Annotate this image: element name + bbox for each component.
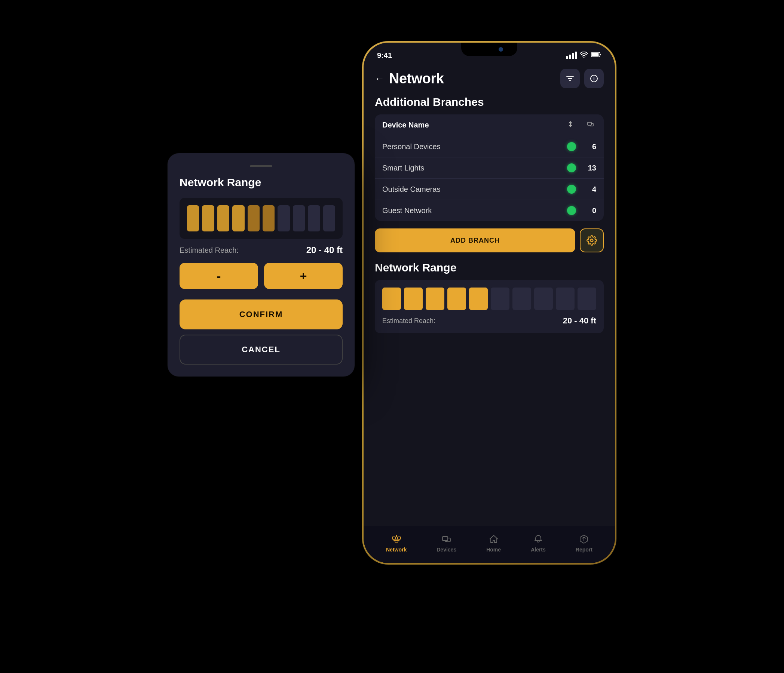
modal-card: Network Range Estimated Reach: 20 - 40 f… — [168, 153, 355, 376]
table-row[interactable]: Personal Devices 6 — [375, 136, 604, 157]
tab-home-label: Home — [486, 547, 501, 553]
tab-home[interactable]: Home — [480, 530, 507, 556]
reach-label: Estimated Reach: — [382, 317, 436, 325]
signal-bars-icon — [566, 51, 577, 59]
svg-rect-7 — [392, 537, 395, 539]
report-tab-icon — [578, 533, 590, 545]
svg-point-9 — [396, 535, 397, 536]
svg-rect-8 — [398, 537, 401, 539]
wifi-icon — [580, 51, 588, 59]
cancel-button[interactable]: CANCEL — [180, 335, 343, 365]
action-row: ADD BRANCH — [375, 228, 604, 252]
modal-bar-5 — [247, 205, 260, 232]
app-header: ← Network — [375, 63, 604, 96]
svg-rect-2 — [592, 53, 599, 56]
col-signal-header — [565, 120, 576, 130]
home-tab-icon — [488, 533, 500, 545]
status-indicator — [567, 206, 576, 215]
table-row[interactable]: Outside Cameras 4 — [375, 179, 604, 200]
modal-bar-6 — [263, 205, 275, 232]
battery-icon — [591, 51, 602, 59]
status-icons — [566, 51, 602, 59]
svg-rect-4 — [588, 122, 591, 125]
col-name-header: Device Name — [382, 121, 565, 129]
back-button[interactable]: ← — [375, 73, 384, 84]
table-row[interactable]: Guest Network 0 — [375, 200, 604, 221]
modal-bar-1 — [187, 205, 199, 232]
col-devices-header — [585, 120, 596, 130]
modal-bar-9 — [308, 205, 320, 232]
reach-value: 20 - 40 ft — [563, 316, 596, 326]
modal-reach-row: Estimated Reach: 20 - 40 ft — [180, 245, 343, 255]
device-count: 4 — [585, 185, 596, 194]
device-table: Device Name — [375, 114, 604, 221]
modal-bar-2 — [202, 205, 214, 232]
range-bar — [534, 288, 553, 310]
device-count: 0 — [585, 207, 596, 215]
device-name: Outside Cameras — [382, 185, 567, 194]
svg-rect-10 — [442, 536, 448, 541]
phone-main: 9:41 — [362, 41, 616, 564]
status-indicator — [567, 142, 576, 151]
tab-network-label: Network — [386, 547, 407, 553]
device-name: Personal Devices — [382, 143, 567, 151]
network-range-section: Network Range — [375, 261, 604, 333]
modal-bar-4 — [232, 205, 244, 232]
svg-point-5 — [591, 239, 593, 242]
device-count: 13 — [585, 164, 596, 173]
signal-bar-1 — [566, 56, 568, 59]
notch — [461, 43, 517, 56]
status-time: 9:41 — [377, 51, 392, 60]
increase-button[interactable]: + — [264, 263, 343, 289]
range-bar — [577, 288, 596, 310]
signal-bar-3 — [572, 53, 574, 59]
tab-devices[interactable]: Devices — [431, 530, 462, 556]
tab-network[interactable]: Network — [380, 530, 412, 556]
device-name: Guest Network — [382, 207, 567, 215]
modal-bar-3 — [217, 205, 229, 232]
tab-report[interactable]: Report — [570, 530, 599, 556]
table-row[interactable]: Smart Lights 13 — [375, 157, 604, 179]
range-bar — [404, 288, 423, 310]
modal-reach-label: Estimated Reach: — [180, 246, 239, 255]
range-bar — [447, 288, 466, 310]
modal-reach-value: 20 - 40 ft — [306, 245, 343, 255]
add-branch-button[interactable]: ADD BRANCH — [375, 228, 575, 252]
svg-point-0 — [583, 57, 585, 58]
drag-handle[interactable] — [250, 165, 272, 167]
range-bars — [382, 288, 596, 310]
tab-alerts[interactable]: Alerts — [525, 530, 552, 556]
tab-bar: Network Devices — [364, 526, 615, 563]
settings-button[interactable] — [580, 228, 604, 252]
scene: 9:41 — [168, 19, 616, 654]
device-count: 6 — [585, 143, 596, 151]
confirm-button[interactable]: CONFIRM — [180, 300, 343, 330]
network-tab-icon — [390, 533, 403, 545]
filter-button[interactable] — [560, 69, 580, 88]
range-bar — [382, 288, 401, 310]
range-bar — [512, 288, 531, 310]
table-header: Device Name — [375, 114, 604, 136]
signal-bar-4 — [575, 51, 577, 59]
modal-range-bar-container — [180, 198, 343, 239]
range-bar-container: Estimated Reach: 20 - 40 ft — [375, 280, 604, 333]
modal-range-bars — [187, 205, 335, 232]
gear-icon — [586, 235, 597, 246]
tab-devices-label: Devices — [437, 547, 456, 553]
range-bar — [469, 288, 488, 310]
info-button[interactable] — [584, 69, 604, 88]
range-bar — [556, 288, 574, 310]
devices-tab-icon — [441, 533, 453, 545]
modal-bar-10 — [323, 205, 335, 232]
filter-icon — [566, 74, 574, 83]
modal-title: Network Range — [180, 176, 343, 189]
range-bar — [426, 288, 444, 310]
info-icon — [590, 74, 599, 83]
range-bar — [491, 288, 509, 310]
page-title: Network — [389, 71, 443, 87]
device-name: Smart Lights — [382, 164, 567, 173]
tab-report-label: Report — [576, 547, 593, 553]
decrease-button[interactable]: - — [180, 263, 258, 289]
additional-branches-title: Additional Branches — [375, 96, 604, 109]
notch-camera — [499, 47, 503, 51]
